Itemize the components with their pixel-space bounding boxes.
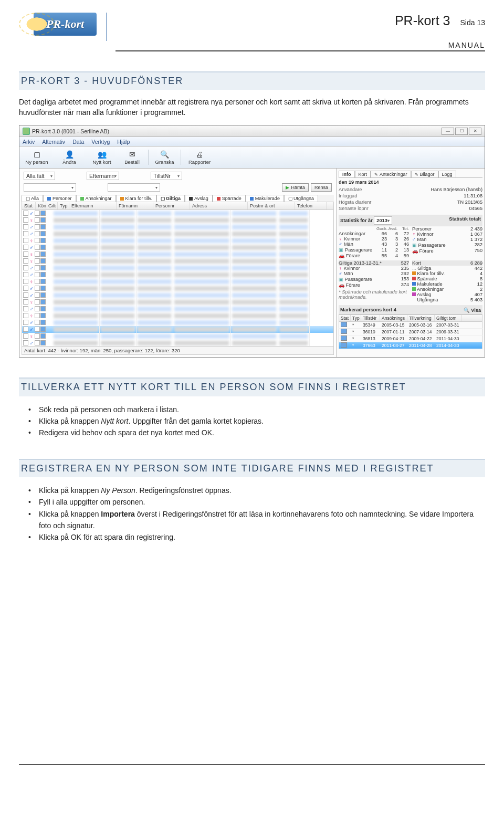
table-row[interactable]: ♀: [22, 217, 333, 224]
info-tab-kort[interactable]: Kort: [355, 171, 371, 177]
table-row[interactable]: ♀: [22, 278, 333, 285]
table-row[interactable]: ♂: [22, 230, 333, 237]
filter-value-1[interactable]: [24, 183, 76, 192]
card-row[interactable]: *368132009-04-212009-04-222011-04-30: [339, 335, 482, 342]
minimize-button[interactable]: —: [442, 128, 454, 135]
filter-efternamn[interactable]: Efternamn: [87, 172, 119, 180]
stat-row: Ansökningar66672: [339, 231, 409, 236]
stat-row: ▣Passagerare11213: [339, 247, 409, 253]
logo-stars: [19, 13, 55, 36]
tool-nytt-kort[interactable]: 👥Nytt kort: [88, 150, 116, 165]
table-row[interactable]: ♂: [22, 319, 333, 326]
maximize-button[interactable]: ☐: [455, 128, 468, 135]
stat-row: ♂Män43346: [339, 242, 409, 247]
bullet-list-2: Sök reda på personen och markera i lista…: [22, 404, 485, 439]
footer-rule: [19, 764, 485, 765]
table-row[interactable]: ♂: [22, 285, 333, 292]
table-row[interactable]: ♂: [22, 271, 333, 278]
table-row[interactable]: ♀: [22, 333, 333, 340]
visa-button[interactable]: Visa: [471, 308, 481, 313]
table-row[interactable]: ♂: [22, 292, 333, 299]
section-heading: PR-KORT 3 - HUVUDFÖNSTER: [19, 71, 485, 90]
card-row[interactable]: *376632011-04-272011-04-282014-04-30: [339, 342, 482, 349]
col-adress: Adress: [190, 202, 248, 209]
tool-ny-person[interactable]: ▢Ny person: [23, 150, 51, 165]
tool-beställ[interactable]: ✉Beställ: [120, 150, 149, 165]
marked-head: Markerad persons kort 4 🔍Visa: [339, 306, 482, 314]
tool-rapporter[interactable]: 🖨Rapporter: [185, 150, 214, 165]
tool-granska[interactable]: 🔍Granska: [153, 150, 181, 165]
page-header: PR-kort PR-kort 3 Sida 13 MANUAL: [19, 13, 485, 51]
table-row[interactable]: ♀: [22, 312, 333, 319]
table-row[interactable]: ♀: [22, 251, 333, 258]
app-screenshot: PR-kort 3.0 (8001 - Seriline AB) — ☐ ✕ A…: [19, 125, 485, 358]
bullet-list-3: Klicka på knappen Ny Person. Redigerings…: [22, 485, 485, 543]
info-tab-info[interactable]: Info: [339, 171, 355, 177]
total-row: ♀ Kvinnor1 067: [412, 232, 482, 237]
tab-avslag[interactable]: Avslag: [185, 195, 213, 202]
filter-alla[interactable]: Alla fält: [24, 172, 55, 180]
kv-row: Senaste löpnr04565: [339, 205, 482, 212]
close-button[interactable]: ✕: [469, 128, 481, 135]
table-row[interactable]: ♀: [22, 237, 333, 244]
filter-tillstnr[interactable]: TillstNr: [151, 172, 182, 180]
hamta-button[interactable]: ▶Hämta: [282, 183, 309, 192]
giltiga-date: Giltiga 2013-12-31.*: [339, 260, 382, 266]
menu-hjälp[interactable]: Hjälp: [117, 139, 130, 145]
table-row[interactable]: ♀: [22, 258, 333, 265]
list-item: Fyll i alla uppgifter om personen.: [22, 496, 485, 508]
list-item: Sök reda på personen och markera i lista…: [22, 404, 485, 415]
section-heading-3: REGISTRERA EN NY PERSON SOM INTE TIDIGAR…: [19, 459, 485, 477]
rensa-button[interactable]: Rensa: [311, 183, 332, 192]
list-item: Klicka på knappen Importera överst i Red…: [22, 508, 485, 532]
kv-row: Inloggad11:31:08: [339, 193, 482, 199]
menu-arkiv[interactable]: Arkiv: [23, 139, 35, 145]
section-heading-2: TILLVERKA ETT NYTT KORT TILL EN PERSON S…: [19, 377, 485, 396]
menu-alternativ[interactable]: Alternativ: [42, 139, 65, 145]
menu-bar: ArkivAlternativDataVerktygHjälp: [19, 137, 485, 146]
table-row[interactable]: ♂: [22, 265, 333, 271]
tab-makulerade[interactable]: Makulerade: [246, 195, 284, 202]
menu-data[interactable]: Data: [72, 139, 84, 145]
kv-row: Högsta diarienrTN 2013/85: [339, 199, 482, 205]
grid-body: ♂♀♂♂♀♂♀♀♂♂♀♂♂♀♂♀♂♂♀♂♀♂: [22, 210, 334, 347]
table-row[interactable]: ♀: [22, 299, 333, 306]
info-tab-bilagor[interactable]: ✎Bilagor: [411, 171, 438, 177]
tab-anskningar[interactable]: Ansökningar: [76, 195, 116, 202]
stat-row: ♀Kvinnor23326: [339, 236, 409, 242]
table-row[interactable]: ♂: [22, 224, 333, 230]
intro-paragraph: Det dagliga arbetet med programmet inneb…: [19, 97, 485, 118]
table-row[interactable]: ♂: [22, 340, 333, 347]
card-row[interactable]: *353492005-03-152005-03-162007-03-31: [339, 322, 482, 329]
app-icon: [23, 128, 30, 135]
col-telefon: Telefon: [295, 202, 327, 209]
table-row[interactable]: ♂: [22, 326, 333, 333]
info-tab-anteckningar[interactable]: ✎Anteckningar: [371, 171, 411, 177]
menu-verktyg[interactable]: Verktyg: [91, 139, 110, 145]
card-row[interactable]: *360102007-01-112007-03-142009-03-31: [339, 329, 482, 335]
table-row[interactable]: ♂: [22, 244, 333, 251]
tab-sprrade[interactable]: Spärrade: [213, 195, 246, 202]
page-title: PR-kort 3: [395, 13, 450, 28]
tab-alla[interactable]: ▢Alla: [22, 195, 43, 202]
tab-utgngna[interactable]: ▢Utgångna: [284, 195, 318, 202]
table-row[interactable]: ♂: [22, 306, 333, 312]
visa-icon[interactable]: 🔍: [464, 307, 469, 313]
col-postnr & ort: Postnr & ort: [248, 202, 295, 209]
col-förnamn: Förnamn: [117, 202, 153, 209]
tab-personer[interactable]: Personer: [43, 195, 76, 202]
tab-klarafrtillv[interactable]: Klara för tillv.: [116, 195, 156, 202]
info-tab-logg[interactable]: Logg: [438, 171, 456, 177]
list-item: Klicka på OK för att spara din registrer…: [22, 531, 485, 543]
tab-giltiga[interactable]: ▢Giltiga: [156, 195, 185, 202]
tool-ändra[interactable]: 👤Ändra: [55, 150, 83, 165]
stat-row: 🚗Förare55459: [339, 253, 409, 258]
filter-value-2[interactable]: [108, 183, 160, 192]
year-spinner[interactable]: 2013: [374, 216, 392, 225]
right-pane: InfoKort✎Anteckningar✎BilagorLogg den 19…: [337, 169, 485, 357]
star-note: * Spärrade och makulerade kort medräknad…: [339, 289, 409, 300]
table-row[interactable]: ♂: [22, 210, 333, 217]
card-header: StatTypTillstNrAnsökningsTillverkningGil…: [339, 314, 482, 322]
col-stat: Stat: [22, 202, 36, 209]
col-personnr: Personnr: [153, 202, 190, 209]
